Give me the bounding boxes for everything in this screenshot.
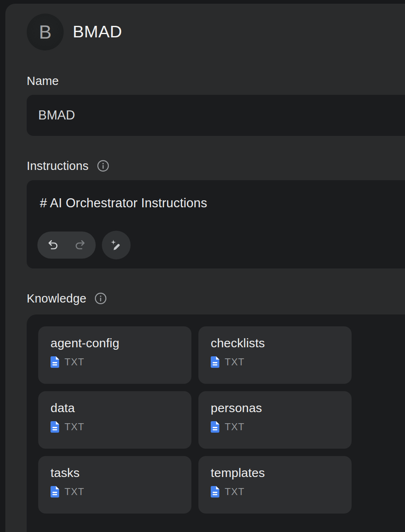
knowledge-file-name: templates bbox=[211, 466, 352, 480]
knowledge-file-name: personas bbox=[211, 401, 352, 415]
instructions-editor[interactable]: # AI Orchestrator Instructions bbox=[27, 180, 405, 268]
undo-icon bbox=[46, 238, 60, 252]
knowledge-file-grid: agent-config TXT checklists bbox=[38, 326, 352, 514]
file-type-label: TXT bbox=[64, 356, 84, 368]
instructions-text[interactable]: # AI Orchestrator Instructions bbox=[40, 196, 207, 211]
file-type-label: TXT bbox=[64, 486, 84, 498]
knowledge-file-meta: TXT bbox=[51, 421, 191, 433]
agent-avatar: B bbox=[27, 14, 64, 50]
text-file-icon bbox=[51, 356, 59, 368]
text-file-icon bbox=[211, 486, 219, 498]
file-type-label: TXT bbox=[225, 421, 244, 433]
knowledge-file-card[interactable]: tasks TXT bbox=[38, 456, 191, 514]
knowledge-file-meta: TXT bbox=[211, 486, 352, 498]
knowledge-file-card[interactable]: agent-config TXT bbox=[38, 326, 191, 384]
page-title: BMAD bbox=[73, 23, 122, 41]
instructions-label-row: Instructions bbox=[27, 159, 109, 172]
agent-avatar-letter: B bbox=[39, 23, 52, 41]
text-file-icon bbox=[211, 421, 219, 433]
name-input[interactable] bbox=[27, 95, 405, 136]
name-label: Name bbox=[27, 74, 59, 88]
knowledge-file-card[interactable]: templates TXT bbox=[198, 456, 352, 514]
text-file-icon bbox=[51, 421, 59, 433]
knowledge-file-name: checklists bbox=[211, 336, 352, 351]
magic-rewrite-icon bbox=[110, 238, 123, 252]
knowledge-file-meta: TXT bbox=[211, 356, 352, 368]
agent-editor-panel: B BMAD Name Instructions # AI Orchestrat… bbox=[5, 4, 405, 532]
knowledge-file-card[interactable]: checklists TXT bbox=[198, 326, 352, 384]
knowledge-file-name: data bbox=[51, 401, 191, 415]
undo-button[interactable] bbox=[44, 236, 62, 255]
magic-rewrite-button[interactable] bbox=[102, 231, 131, 259]
knowledge-file-name: tasks bbox=[51, 466, 191, 480]
knowledge-file-card[interactable]: data TXT bbox=[38, 391, 191, 449]
info-icon[interactable] bbox=[97, 160, 109, 172]
file-type-label: TXT bbox=[64, 421, 84, 433]
undo-redo-toolbar bbox=[37, 232, 96, 259]
knowledge-label-row: Knowledge bbox=[27, 292, 107, 305]
redo-icon bbox=[74, 238, 87, 252]
knowledge-file-meta: TXT bbox=[211, 421, 352, 433]
text-file-icon bbox=[51, 486, 59, 498]
file-type-label: TXT bbox=[225, 356, 244, 368]
knowledge-label: Knowledge bbox=[27, 292, 86, 305]
knowledge-file-meta: TXT bbox=[51, 486, 191, 498]
instructions-label: Instructions bbox=[27, 159, 89, 173]
text-file-icon bbox=[211, 356, 219, 368]
knowledge-panel: agent-config TXT checklists bbox=[27, 314, 405, 532]
file-type-label: TXT bbox=[225, 486, 244, 498]
knowledge-file-meta: TXT bbox=[51, 356, 191, 368]
name-label-row: Name bbox=[27, 74, 59, 87]
knowledge-file-name: agent-config bbox=[51, 336, 191, 351]
knowledge-file-card[interactable]: personas TXT bbox=[198, 391, 352, 449]
redo-button[interactable] bbox=[71, 236, 90, 255]
info-icon[interactable] bbox=[94, 292, 107, 305]
